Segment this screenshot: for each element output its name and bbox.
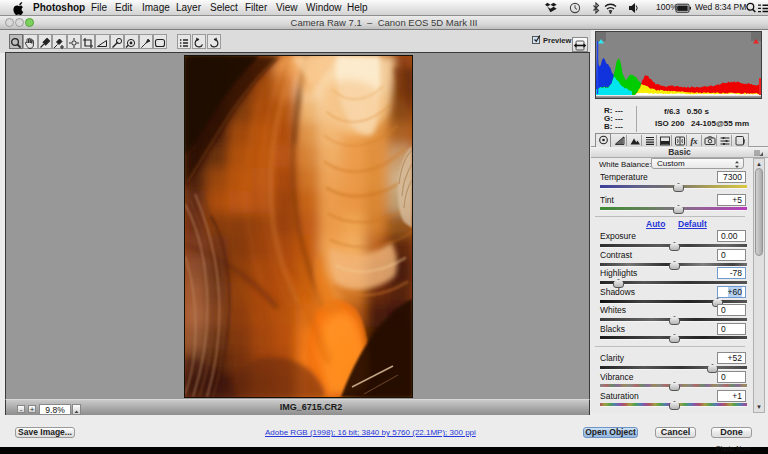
- svg-text:fx: fx: [691, 136, 699, 146]
